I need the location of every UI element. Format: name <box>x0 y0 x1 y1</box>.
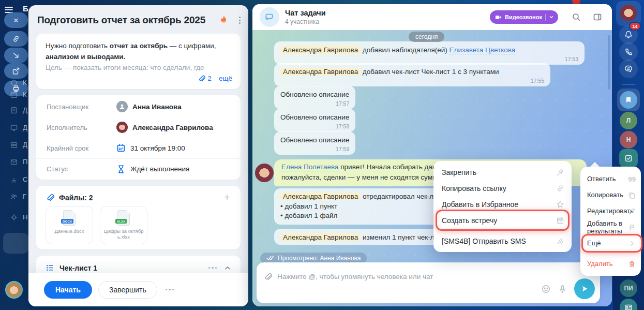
gear-icon <box>10 213 18 222</box>
chat-title: Чат задачи <box>285 9 484 17</box>
field-row-status: Статус Ждёт выполнения <box>36 158 241 179</box>
task-chat-button[interactable] <box>619 149 638 168</box>
quote-icon: 99 <box>628 175 636 183</box>
message-author[interactable]: Александра Гаврилова <box>280 193 361 200</box>
chat-search-button[interactable] <box>569 10 583 24</box>
chat-exchange-button[interactable] <box>619 60 638 78</box>
nav-label: Д <box>23 124 27 131</box>
chat-avatar-L[interactable]: Л <box>620 112 637 129</box>
calls-button[interactable] <box>619 42 638 61</box>
close-panel-button[interactable]: × <box>4 12 28 28</box>
task-fields-card: Постановщик Анна Иванова Исполнитель Але… <box>36 95 241 180</box>
video-camera-icon <box>495 14 502 21</box>
menu-item-add-to-results[interactable]: Добавить в результаты <box>580 219 641 235</box>
sidebar-nav-item[interactable]: С <box>0 174 28 186</box>
attach-file-icon[interactable] <box>263 272 272 281</box>
file-tile-xlsx[interactable]: XLSX Цифры за октябрь.xlsx <box>100 206 147 244</box>
docx-file-icon: DOCX <box>63 210 76 226</box>
emoji-icon[interactable] <box>541 284 551 294</box>
file-name: Данные.docx <box>49 228 90 234</box>
menu-item-more[interactable]: Ещё <box>580 235 641 251</box>
sidebar-nav-item[interactable]: К <box>0 90 28 101</box>
add-file-button[interactable]: + <box>222 190 232 204</box>
chat-sidebar-toggle-button[interactable] <box>590 10 605 24</box>
notifications-badge: 14 <box>629 22 641 31</box>
saved-messages-button[interactable] <box>617 88 640 111</box>
profile-avatar[interactable] <box>620 5 637 21</box>
files-header: Файлы: 2 <box>59 194 93 202</box>
document-icon <box>10 106 18 114</box>
sidebar-nav-item[interactable]: Д <box>0 140 28 151</box>
message-author[interactable]: Александра Гаврилова <box>280 68 361 76</box>
task-check-icon <box>624 154 633 163</box>
sidebar-panel-icon <box>593 12 602 22</box>
board-icon <box>10 124 18 132</box>
sidebar-nav-item[interactable]: Н <box>0 212 28 224</box>
menu-item-add-favorites[interactable]: Добавить в Избранное <box>433 196 572 212</box>
system-message[interactable]: Александра Гаврилова добавил чек-лист Че… <box>274 63 550 86</box>
chat-avatar-N[interactable]: Н <box>620 131 637 149</box>
message-time: 17:57 <box>280 100 349 107</box>
chat-avatar-PI[interactable]: ПИ <box>620 279 637 297</box>
priority-fire-icon[interactable] <box>219 15 229 25</box>
checklist-title: Чек-лист 1 <box>59 264 201 272</box>
link-icon <box>556 184 564 193</box>
finish-task-button[interactable]: Завершить <box>98 281 157 299</box>
attachments-count[interactable]: 2 <box>207 73 212 84</box>
contacts-button[interactable] <box>620 299 637 310</box>
menu-item-copy-link[interactable]: Копировать ссылку <box>433 180 572 196</box>
mention-link[interactable]: Елизавета Цветкова <box>450 46 516 54</box>
task-title: Подготовить отчет за октябрь 2025 <box>37 14 205 26</box>
contact-card-icon <box>624 303 633 310</box>
rail-divider <box>622 84 635 85</box>
task-more-menu-button[interactable] <box>237 14 243 26</box>
description-more-link[interactable]: ещё <box>219 73 232 84</box>
system-message[interactable]: Обновлено описание 17:59 <box>274 131 355 155</box>
sidebar-nav-item[interactable]: Д <box>0 123 28 134</box>
send-button[interactable] <box>574 278 595 299</box>
copy-link-button[interactable] <box>4 31 28 47</box>
chat-scrollbar[interactable] <box>608 35 610 90</box>
task-description-card[interactable]: Нужно подготовить отчет за октябрь — с ц… <box>36 34 241 89</box>
sender-name-link[interactable]: Елена Полетаева <box>281 163 339 171</box>
menu-item-reply[interactable]: Ответить 99 <box>580 171 641 187</box>
field-row-deadline: Крайний срок 31 октября 19:00 <box>36 138 241 158</box>
sidebar-nav-item[interactable]: Д <box>0 105 28 116</box>
message-input[interactable] <box>277 270 517 283</box>
menu-item-edit[interactable]: Редактировать <box>580 203 641 219</box>
app-title-clipped: Б <box>23 4 28 13</box>
system-message[interactable]: Обновлено описание 17:57 <box>274 86 355 109</box>
sidebar-nav-item[interactable]: К <box>0 78 28 89</box>
menu-item-copy[interactable]: Копировать <box>580 187 641 203</box>
system-message[interactable]: Обновлено описание 17:58 <box>274 109 355 132</box>
open-external-button[interactable] <box>4 63 28 79</box>
assignee-name: Александра Гаврилова <box>132 124 213 131</box>
sender-avatar[interactable] <box>255 164 274 182</box>
video-call-button[interactable]: Видеозвонок <box>490 10 558 24</box>
mail-icon <box>10 158 18 166</box>
forward-button[interactable] <box>4 48 28 63</box>
menu-item-delete[interactable]: Удалить <box>580 256 641 272</box>
menu-item-create-meeting[interactable]: Создать встречу <box>433 212 572 228</box>
menu-item-send-sms[interactable]: [SMS4B] Отправить SMS <box>433 233 572 249</box>
people-icon <box>10 193 18 201</box>
checklist-more-button[interactable] <box>206 265 219 271</box>
chat-avatar[interactable] <box>260 7 279 27</box>
chat-members-count[interactable]: 4 участника <box>285 18 484 25</box>
sidebar-nav-item[interactable]: П <box>0 157 28 168</box>
menu-divider <box>440 230 565 231</box>
file-tile-docx[interactable]: DOCX Данные.docx <box>46 206 93 244</box>
message-author[interactable]: Александра Гаврилова <box>280 46 361 54</box>
menu-item-pin[interactable]: Закрепить <box>433 164 572 180</box>
bell-icon <box>624 30 633 39</box>
message-author[interactable]: Александра Гаврилова <box>280 233 361 241</box>
footer-more-button[interactable] <box>163 287 176 293</box>
my-profile-avatar[interactable] <box>5 281 23 299</box>
microphone-icon[interactable] <box>558 284 567 294</box>
server-icon <box>10 141 18 149</box>
phone-icon <box>624 47 633 56</box>
start-task-button[interactable]: Начать <box>44 281 92 299</box>
system-message[interactable]: Александра Гаврилова добавил наблюдателя… <box>274 41 585 65</box>
sidebar-nav-item[interactable]: Г <box>0 191 28 203</box>
collapse-chevron-icon[interactable] <box>224 264 231 272</box>
